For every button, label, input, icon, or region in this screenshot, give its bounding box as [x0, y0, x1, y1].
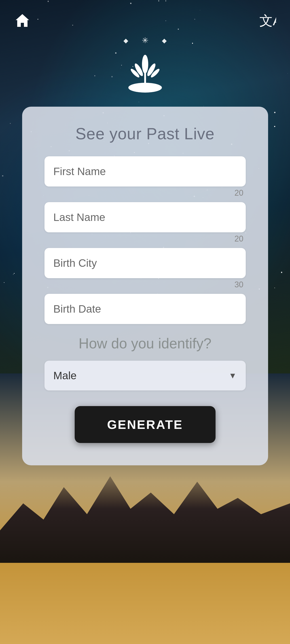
identity-question: How do you identify? — [44, 335, 246, 352]
svg-point-3 — [142, 55, 148, 74]
sparkle-right: ◆ — [162, 37, 167, 44]
translate-button[interactable]: 文A — [259, 11, 276, 29]
first-name-input[interactable] — [44, 156, 246, 186]
home-icon — [14, 13, 30, 28]
birth-date-wrapper — [44, 294, 246, 324]
translate-icon: 文A — [259, 13, 276, 28]
card-title: See your Past Live — [44, 124, 246, 143]
birth-city-wrapper: 30 — [44, 248, 246, 289]
plant-logo — [123, 48, 168, 93]
sparkle-center: ✳ — [142, 36, 148, 45]
logo-sparkles: ◆ ✳ ◆ — [124, 36, 167, 45]
identity-select-wrapper: Male Female Non-binary Other ▼ — [44, 361, 246, 390]
birth-city-char-count: 30 — [44, 280, 246, 289]
last-name-wrapper: 20 — [44, 202, 246, 244]
sparkle-left: ◆ — [124, 37, 128, 44]
first-name-char-count: 20 — [44, 188, 246, 198]
svg-text:文A: 文A — [259, 13, 276, 28]
birth-city-input[interactable] — [44, 248, 246, 278]
header: 文A — [0, 0, 290, 29]
logo-area: ◆ ✳ ◆ — [0, 36, 290, 93]
birth-date-input[interactable] — [44, 294, 246, 324]
generate-button[interactable]: GENERATE — [75, 406, 216, 443]
last-name-char-count: 20 — [44, 234, 246, 244]
main-card: See your Past Live 20 20 30 How do you i… — [22, 107, 268, 465]
last-name-input[interactable] — [44, 202, 246, 232]
home-button[interactable] — [14, 11, 31, 29]
first-name-wrapper: 20 — [44, 156, 246, 198]
identity-select[interactable]: Male Female Non-binary Other — [44, 361, 246, 390]
